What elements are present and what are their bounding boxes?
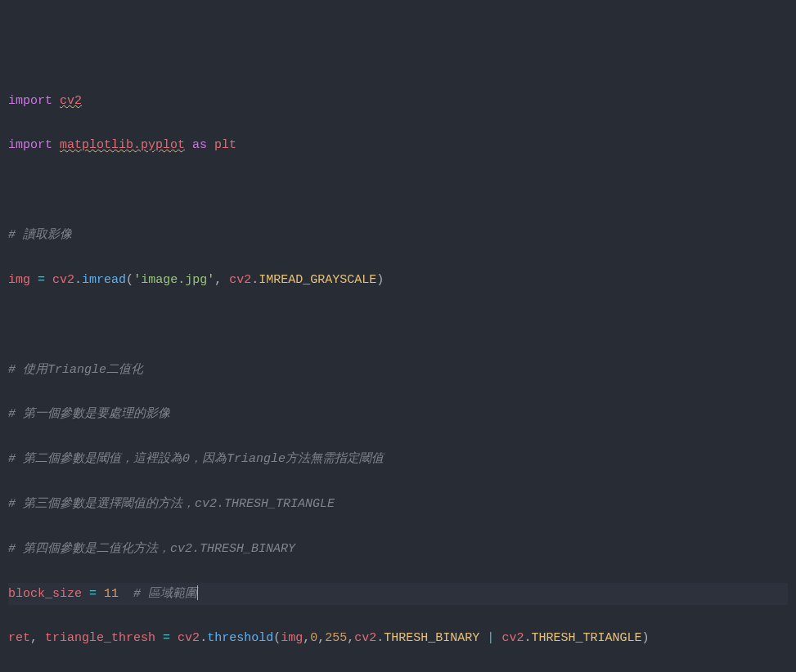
token-mod: cv2 — [60, 94, 82, 108]
token-num: 11 — [104, 587, 119, 601]
code-line[interactable]: img = cv2.imread('image.jpg', cv2.IMREAD… — [8, 269, 788, 291]
token-cmt: # 第二個參數是閾值，這裡設為0，因為Triangle方法無需指定閾值 — [8, 452, 384, 466]
token-op: ) — [376, 273, 384, 287]
token-cmt: # 第一個參數是要處理的影像 — [8, 407, 170, 421]
token-op — [45, 273, 52, 287]
token-eq: = — [163, 631, 170, 645]
token-num: 255 — [325, 631, 347, 645]
token-op: . — [200, 631, 207, 645]
token-kw: import — [8, 138, 60, 152]
token-op: ( — [273, 631, 281, 645]
token-op: , — [30, 631, 45, 645]
token-eq: = — [38, 273, 45, 287]
token-op — [30, 273, 38, 287]
token-kw: as — [185, 138, 214, 152]
token-cmt: # 第四個參數是二值化方法，cv2.THRESH_BINARY — [8, 542, 295, 556]
token-op: , — [317, 631, 325, 645]
token-func: threshold — [207, 631, 273, 645]
token-pipe: | — [487, 631, 494, 645]
code-line[interactable] — [8, 314, 788, 336]
token-var: img — [8, 273, 30, 287]
token-op — [97, 587, 104, 601]
token-var: cv2 — [501, 631, 524, 645]
token-num: 0 — [310, 631, 317, 645]
token-op: . — [251, 273, 259, 287]
code-line[interactable]: # 第四個參數是二值化方法，cv2.THRESH_BINARY — [8, 538, 788, 560]
token-op — [170, 631, 178, 645]
token-op: , — [347, 631, 354, 645]
token-var: triangle_thresh — [45, 631, 155, 645]
token-attr: THRESH_BINARY — [384, 631, 479, 645]
text-cursor — [197, 585, 198, 600]
token-cmt: # 第三個參數是選擇閾值的方法，cv2.THRESH_TRIANGLE — [8, 497, 335, 511]
code-line[interactable]: ret, triangle_thresh = cv2.threshold(img… — [8, 627, 788, 649]
token-cmt: # 使用Triangle二值化 — [8, 363, 143, 377]
code-line[interactable]: # 讀取影像 — [8, 224, 788, 246]
code-editor[interactable]: import cv2 import matplotlib.pyplot as p… — [8, 90, 788, 672]
token-attr: IMREAD_GRAYSCALE — [259, 273, 376, 287]
code-line[interactable] — [8, 179, 788, 201]
token-op: , — [214, 273, 229, 287]
token-var: img — [281, 631, 303, 645]
code-line[interactable]: block_size = 11 # 區域範圍 — [8, 583, 788, 605]
token-op: , — [303, 631, 310, 645]
token-mod: matplotlib.pyplot — [60, 138, 185, 152]
token-var: ret — [8, 631, 30, 645]
token-op — [479, 631, 487, 645]
token-op — [119, 587, 133, 601]
token-var: cv2 — [229, 273, 251, 287]
token-cmt: # 讀取影像 — [8, 228, 72, 242]
code-line[interactable]: # 第二個參數是閾值，這裡設為0，因為Triangle方法無需指定閾值 — [8, 448, 788, 470]
code-line[interactable]: import cv2 — [8, 90, 788, 112]
code-line[interactable]: # 第三個參數是選擇閾值的方法，cv2.THRESH_TRIANGLE — [8, 493, 788, 515]
token-eq: = — [89, 587, 97, 601]
token-var: cv2 — [178, 631, 200, 645]
token-op: ( — [126, 273, 133, 287]
token-var: block_size — [8, 587, 82, 601]
token-attr: THRESH_TRIANGLE — [531, 631, 641, 645]
token-kw: import — [8, 94, 60, 108]
token-var: cv2 — [354, 631, 376, 645]
token-op — [155, 631, 163, 645]
token-str: 'image.jpg' — [133, 273, 214, 287]
token-cmt: # 區域範圍 — [133, 587, 197, 601]
code-line[interactable]: # 第一個參數是要處理的影像 — [8, 403, 788, 425]
token-op: . — [376, 631, 384, 645]
code-line[interactable]: import matplotlib.pyplot as plt — [8, 134, 788, 156]
token-var: plt — [214, 138, 236, 152]
token-var: cv2 — [52, 273, 74, 287]
token-func: imread — [82, 273, 126, 287]
token-op: ) — [641, 631, 649, 645]
code-line[interactable]: # 使用Triangle二值化 — [8, 359, 788, 381]
token-op — [82, 587, 89, 601]
token-op: . — [74, 273, 82, 287]
